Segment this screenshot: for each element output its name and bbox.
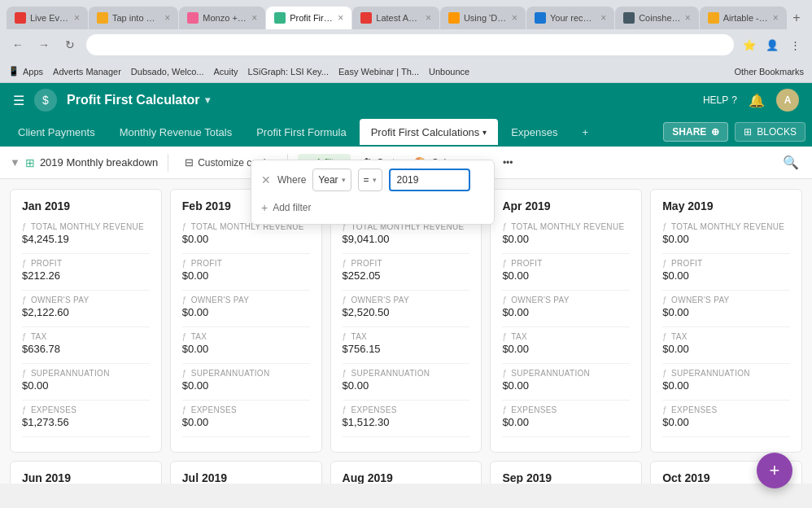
close-tab-icon[interactable]: ×	[773, 12, 779, 24]
reload-button[interactable]: ↻	[60, 35, 80, 55]
bookmark-lsigraph[interactable]: LSiGraph: LSI Key...	[248, 67, 329, 77]
nav-right: SHARE ⊕ ⊞ BLOCKS	[663, 122, 805, 142]
view-toggle[interactable]: ▼ ⊞ 2019 Monthly breakdown	[10, 156, 158, 169]
field-value-superannuation: $0.00	[502, 379, 630, 392]
filter-value-input[interactable]	[389, 169, 470, 191]
card-field-tax: ƒ TAX $0.00	[502, 332, 630, 355]
tab-profit-formula[interactable]: Profit First Formula	[245, 119, 358, 145]
bookmark-dubsado[interactable]: Dubsado, Welco...	[131, 67, 204, 77]
help-button[interactable]: HELP ?	[703, 94, 737, 106]
month-card: May 2019 ƒ TOTAL MONTHLY REVENUE $0.00 ƒ…	[650, 189, 802, 453]
field-divider	[502, 400, 630, 401]
tab-monthly-revenue[interactable]: Monthly Revenue Totals	[108, 119, 244, 145]
tab-profit-first[interactable]: Profit First Ca... ×	[266, 7, 351, 29]
tab-using-date[interactable]: Using 'Date' fi... ×	[440, 7, 526, 29]
tab-coinsheet[interactable]: Coinsheet Te... ×	[615, 7, 699, 29]
blocks-button[interactable]: ⊞ BLOCKS	[735, 122, 805, 142]
bookmark-adverts[interactable]: Adverts Manager	[53, 67, 121, 77]
filter-row: ✕ Where Year ▾ = ▾	[261, 169, 484, 191]
header-right: HELP ? 🔔 A	[703, 89, 799, 112]
bookmark-acuity[interactable]: Acuity	[214, 67, 238, 77]
field-value-owners_pay: $2,122.60	[22, 306, 150, 318]
tab-latest-ask[interactable]: Latest Ask the... ×	[352, 7, 439, 29]
close-tab-icon[interactable]: ×	[251, 12, 257, 24]
bookmark-other[interactable]: Other Bookmarks	[734, 67, 804, 77]
tab-add-new[interactable]: +	[570, 119, 600, 145]
field-type-icon: ƒ	[662, 296, 667, 304]
new-tab-button[interactable]: +	[788, 7, 805, 29]
field-divider	[22, 363, 150, 364]
field-value-tax: $0.00	[182, 343, 310, 355]
settings-icon[interactable]: ⋮	[786, 36, 804, 54]
card-field-expenses: ƒ EXPENSES $1,512.30	[343, 405, 470, 428]
bookmarks-bar: 📱Apps Adverts Manager Dubsado, Welco... …	[0, 60, 812, 83]
forward-button[interactable]: →	[34, 35, 54, 55]
field-value-total_monthly_revenue: $0.00	[662, 233, 790, 245]
profile-icon[interactable]: 👤	[763, 36, 781, 54]
tab-monzo[interactable]: Monzo + Zero... ×	[179, 7, 265, 29]
field-label-profit: ƒ PROFIT	[343, 259, 470, 268]
main-content: Jan 2019 ƒ TOTAL MONTHLY REVENUE $4,245.…	[0, 179, 812, 484]
tab-profit-calculations[interactable]: Profit First Calculations ▾	[360, 119, 499, 145]
field-label-total_monthly_revenue: ƒ TOTAL MONTHLY REVENUE	[502, 222, 630, 231]
close-tab-icon[interactable]: ×	[426, 12, 431, 24]
bookmark-easy-webinar[interactable]: Easy Webinar | Th...	[338, 67, 419, 77]
field-type-icon: ƒ	[343, 369, 347, 378]
card-field-owners_pay: ƒ OWNER'S PAY $2,520.50	[343, 296, 470, 318]
bookmark-unbounce[interactable]: Unbounce	[429, 67, 469, 77]
tab-recent-posts[interactable]: Your recent po... ×	[526, 7, 614, 29]
address-bar: ← → ↻ airtable.com/tblL1bLukt2j7u6W7/viw…	[0, 29, 812, 60]
close-tab-icon[interactable]: ×	[74, 12, 80, 24]
field-label-tax: ƒ TAX	[343, 332, 470, 341]
field-value-superannuation: $0.00	[662, 379, 790, 392]
field-divider	[662, 363, 790, 364]
card-title: Aug 2019	[343, 471, 470, 484]
field-value-expenses: $0.00	[502, 416, 630, 428]
extensions-icon[interactable]: ⭐	[740, 36, 758, 54]
field-divider	[502, 326, 630, 327]
close-tab-icon[interactable]: ×	[338, 12, 343, 24]
tab-favicon	[15, 12, 26, 24]
operator-dropdown-arrow: ▾	[373, 176, 377, 184]
field-type-icon: ƒ	[343, 332, 347, 341]
card-field-tax: ƒ TAX $0.00	[662, 332, 790, 355]
add-filter-button[interactable]: + Add filter	[261, 199, 484, 216]
close-tab-icon[interactable]: ×	[164, 12, 170, 24]
more-icon: •••	[503, 157, 513, 169]
tab-tap-yes[interactable]: Tap into YES w... ×	[89, 7, 178, 29]
field-type-icon: ƒ	[502, 369, 507, 378]
close-tab-icon[interactable]: ×	[600, 12, 606, 24]
tab-expenses[interactable]: Expenses	[500, 119, 569, 145]
month-card: Jun 2019 ƒ TOTAL MONTHLY REVENUE $0.00 ƒ…	[10, 461, 162, 484]
share-button[interactable]: SHARE ⊕	[663, 122, 728, 142]
field-divider	[182, 253, 310, 254]
search-button[interactable]: 🔍	[779, 151, 802, 173]
close-tab-icon[interactable]: ×	[685, 12, 691, 24]
filter-close-icon[interactable]: ✕	[261, 173, 271, 186]
field-label-owners_pay: ƒ OWNER'S PAY	[662, 296, 790, 304]
browser-toolbar-icons: ⭐ 👤 ⋮	[740, 36, 804, 54]
bookmark-apps[interactable]: 📱Apps	[8, 66, 43, 77]
tab-live-events[interactable]: Live Events ×	[7, 7, 88, 29]
close-tab-icon[interactable]: ×	[512, 12, 517, 24]
field-type-icon: ƒ	[662, 332, 667, 341]
fab-button[interactable]: +	[757, 453, 792, 484]
filter-field-select[interactable]: Year ▾	[312, 169, 351, 191]
hamburger-menu[interactable]: ☰	[13, 93, 24, 108]
filter-operator-select[interactable]: = ▾	[358, 169, 382, 191]
field-type-icon: ƒ	[182, 259, 187, 268]
field-label-profit: ƒ PROFIT	[662, 259, 790, 268]
address-input[interactable]: airtable.com/tblL1bLukt2j7u6W7/viw13Uj8P…	[86, 34, 734, 55]
title-dropdown-icon[interactable]: ▾	[205, 94, 210, 106]
back-button[interactable]: ←	[8, 35, 28, 55]
tab-bar: Live Events × Tap into YES w... × Monzo …	[0, 0, 812, 29]
avatar[interactable]: A	[776, 89, 799, 112]
notifications-icon[interactable]: 🔔	[749, 93, 765, 108]
card-field-owners_pay: ƒ OWNER'S PAY $0.00	[182, 296, 310, 318]
field-dropdown-arrow: ▾	[342, 176, 346, 184]
card-field-owners_pay: ƒ OWNER'S PAY $2,122.60	[22, 296, 150, 318]
tab-client-payments[interactable]: Client Payments	[7, 119, 107, 145]
tab-airtable[interactable]: Airtable - Sma... ×	[700, 7, 787, 29]
field-value-superannuation: $0.00	[182, 379, 310, 392]
more-button[interactable]: •••	[496, 154, 520, 172]
